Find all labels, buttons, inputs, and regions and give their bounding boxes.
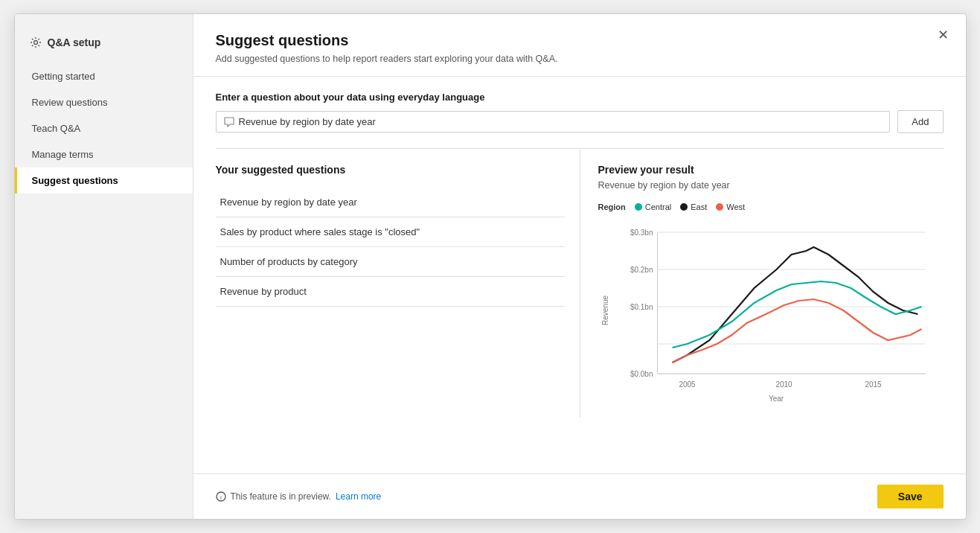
chat-icon	[224, 117, 234, 127]
legend-east: East	[680, 202, 707, 211]
y-axis-label: Revenue	[598, 217, 609, 403]
svg-text:2005: 2005	[679, 380, 696, 389]
sidebar-item-suggest-questions[interactable]: Suggest questions	[15, 167, 193, 194]
svg-text:2015: 2015	[865, 380, 882, 389]
sidebar-header: Q&A setup	[15, 29, 193, 63]
sidebar-header-label: Q&A setup	[48, 36, 101, 48]
east-dot	[680, 203, 688, 211]
add-button[interactable]: Add	[897, 110, 943, 133]
input-row: Add	[216, 110, 944, 133]
svg-text:i: i	[220, 494, 222, 501]
questions-section-title: Your suggested questions	[216, 164, 565, 176]
two-col: Your suggested questions Revenue by regi…	[216, 148, 944, 418]
footer-note: i This feature is in preview. Learn more	[216, 491, 382, 502]
west-dot	[716, 203, 723, 211]
main-content: Enter a question about your data using e…	[193, 77, 966, 473]
page-title: Suggest questions	[216, 32, 944, 49]
chart-svg-wrapper: $0.3bn $0.2bn $0.1bn $0.0bn 2005 2010 20…	[609, 217, 944, 403]
gear-icon	[30, 36, 42, 48]
footer-bar: i This feature is in preview. Learn more…	[193, 473, 966, 519]
svg-point-0	[33, 41, 37, 45]
line-chart: $0.3bn $0.2bn $0.1bn $0.0bn 2005 2010 20…	[609, 217, 944, 396]
main-header: Suggest questions Add suggested question…	[193, 14, 966, 77]
page-subtitle: Add suggested questions to help report r…	[216, 54, 944, 64]
close-button[interactable]: ✕	[933, 25, 954, 45]
chart-area: Revenue $0.3bn $0.2b	[598, 217, 944, 403]
legend-west: West	[716, 202, 745, 211]
list-item: Sales by product where sales stage is "c…	[216, 217, 565, 247]
save-button[interactable]: Save	[877, 485, 944, 508]
question-input-wrapper	[216, 111, 891, 133]
list-item: Revenue by product	[216, 277, 565, 307]
svg-text:$0.3bn: $0.3bn	[630, 229, 653, 237]
preview-subtitle: Revenue by region by date year	[598, 180, 944, 191]
legend-central-label: Central	[645, 202, 671, 211]
legend-east-label: East	[691, 202, 707, 211]
central-dot	[635, 203, 642, 211]
legend-central: Central	[635, 202, 671, 211]
list-item: Revenue by region by date year	[216, 188, 565, 217]
main-panel: Suggest questions Add suggested question…	[193, 14, 966, 519]
dialog: Q&A setup Getting started Review questio…	[14, 13, 967, 520]
question-input[interactable]	[239, 116, 883, 127]
preview-title: Preview your result	[598, 164, 944, 176]
preview-col: Preview your result Revenue by region by…	[580, 149, 944, 418]
learn-more-link[interactable]: Learn more	[336, 491, 381, 502]
footer-note-text: This feature is in preview.	[231, 491, 331, 502]
svg-text:$0.2bn: $0.2bn	[630, 266, 653, 274]
legend-label: Region	[598, 202, 626, 211]
input-label: Enter a question about your data using e…	[216, 92, 944, 103]
svg-text:$0.0bn: $0.0bn	[630, 370, 653, 378]
sidebar-item-getting-started[interactable]: Getting started	[15, 63, 193, 89]
sidebar-item-manage-terms[interactable]: Manage terms	[15, 141, 193, 167]
questions-col: Your suggested questions Revenue by regi…	[216, 149, 580, 418]
svg-text:2010: 2010	[775, 380, 792, 389]
sidebar: Q&A setup Getting started Review questio…	[15, 14, 193, 519]
sidebar-item-review-questions[interactable]: Review questions	[15, 89, 193, 115]
list-item: Number of products by category	[216, 247, 565, 277]
info-icon: i	[216, 491, 226, 502]
chart-legend: Region Central East West	[598, 202, 944, 211]
svg-text:$0.1bn: $0.1bn	[630, 303, 653, 311]
sidebar-item-teach-qa[interactable]: Teach Q&A	[15, 115, 193, 141]
legend-west-label: West	[726, 202, 745, 211]
